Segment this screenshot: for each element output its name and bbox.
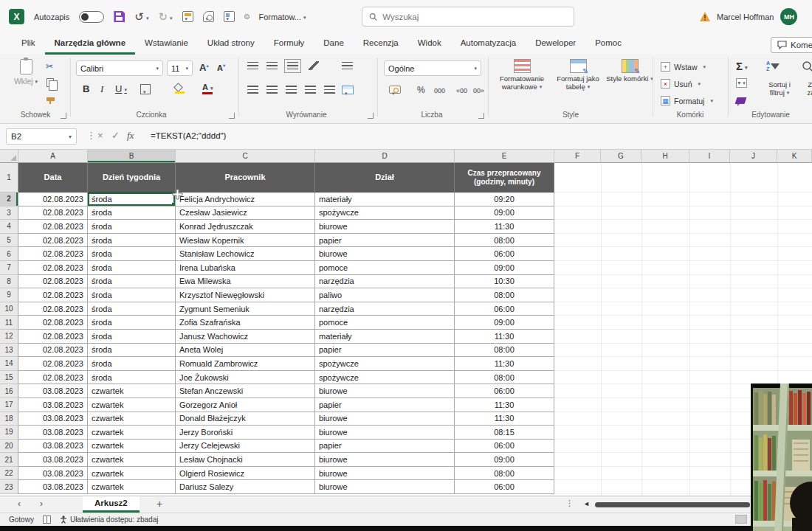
percent-style-icon[interactable]: % (417, 86, 425, 94)
empty-cells[interactable] (554, 247, 812, 261)
scroll-left-arrow[interactable]: ◄ (583, 500, 590, 507)
cell-D11[interactable]: pomoce (315, 316, 455, 330)
row-header-21[interactable]: 21 (0, 453, 18, 467)
cell-A11[interactable]: 02.08.2023 (18, 316, 88, 330)
tab-narzędzia-główne[interactable]: Narzędzia główne (45, 33, 136, 55)
autosum-icon[interactable]: Σ (736, 60, 748, 72)
column-header-I[interactable]: I (689, 150, 730, 163)
clipboard-dialog-launcher[interactable] (61, 113, 66, 119)
empty-cells[interactable] (554, 357, 812, 371)
grow-font-icon[interactable]: A▴ (199, 63, 208, 72)
undo-icon[interactable]: ↺ (134, 11, 148, 22)
cell-D19[interactable]: biurowe (315, 426, 455, 440)
empty-cells[interactable] (554, 261, 812, 275)
align-right-icon[interactable] (286, 86, 297, 94)
qat-window-icon[interactable] (224, 11, 235, 22)
wrap-text-icon[interactable] (342, 62, 353, 70)
empty-cells[interactable] (554, 344, 812, 358)
tab-wstawianie[interactable]: Wstawianie (135, 33, 198, 55)
align-bottom-icon[interactable] (287, 62, 298, 70)
cell-E21[interactable]: 09:00 (455, 453, 554, 467)
row-header-19[interactable]: 19 (0, 426, 18, 440)
underline-button[interactable]: U (115, 84, 127, 94)
cell-A22[interactable]: 03.08.2023 (18, 467, 88, 481)
number-format-combo[interactable]: Ogólne (384, 60, 481, 76)
cell-E20[interactable]: 06:00 (455, 440, 554, 454)
paste-button[interactable]: Wklej (10, 59, 41, 86)
cell-B20[interactable]: czwartek (88, 440, 176, 454)
row-header-8[interactable]: 8 (0, 275, 18, 289)
worksheet-grid[interactable]: ABCDEFGHIJK 1DataDzień tygodniaPracownik… (0, 150, 812, 496)
cell-C23[interactable]: Dariusz Salezy (176, 480, 315, 494)
tab-recenzja[interactable]: Recenzja (354, 33, 408, 55)
cell-C5[interactable]: Wiesław Kopernik (176, 234, 315, 248)
empty-cells[interactable] (554, 330, 812, 344)
tab-plik[interactable]: Plik (12, 33, 45, 55)
bold-button[interactable]: B (83, 84, 89, 94)
warning-icon[interactable] (700, 12, 710, 21)
cell-B22[interactable]: czwartek (88, 467, 176, 481)
cell-C20[interactable]: Jerzy Celejewski (176, 440, 315, 454)
cell-B8[interactable]: środa (88, 275, 176, 289)
row-header-20[interactable]: 20 (0, 440, 18, 454)
cell-E17[interactable]: 11:30 (455, 398, 554, 412)
row-header-5[interactable]: 5 (0, 234, 18, 248)
format-cells-button[interactable]: ▦Formatuj (661, 96, 713, 105)
empty-cells[interactable] (554, 192, 812, 206)
cell-C2[interactable]: Felicja Andrychowicz (176, 192, 315, 206)
format-painter-icon[interactable] (47, 97, 55, 104)
cell-B18[interactable]: czwartek (88, 412, 176, 426)
name-box[interactable]: B2 (6, 128, 77, 145)
search-box[interactable] (362, 7, 574, 27)
cell-A13[interactable]: 02.08.2023 (18, 344, 88, 358)
cell-B2[interactable]: środa (88, 192, 176, 206)
cell-E11[interactable]: 09:00 (455, 316, 554, 330)
delete-cells-button[interactable]: ×Usuń (661, 79, 701, 88)
cell-D3[interactable]: spożywcze (315, 206, 455, 221)
tab-widok[interactable]: Widok (408, 33, 451, 55)
empty-cells[interactable] (554, 163, 812, 192)
cell-C19[interactable]: Jerzy Boroński (176, 426, 315, 440)
row-header-17[interactable]: 17 (0, 398, 18, 412)
column-header-C[interactable]: C (176, 150, 315, 163)
enter-icon[interactable]: ✓ (111, 131, 120, 140)
empty-cells[interactable] (554, 275, 812, 289)
cell-A23[interactable]: 03.08.2023 (18, 480, 88, 494)
row-header-12[interactable]: 12 (0, 330, 18, 344)
cell-A10[interactable]: 02.08.2023 (18, 302, 88, 316)
cell-styles-button[interactable]: Style komórki (602, 59, 657, 83)
qat-pin-icon[interactable] (244, 14, 250, 19)
cell-E23[interactable]: 06:00 (455, 480, 554, 494)
cell-D22[interactable]: biurowe (315, 467, 455, 481)
cell-D5[interactable]: papier (315, 234, 455, 248)
cell-D10[interactable]: narzędzia (315, 302, 455, 316)
align-center-icon[interactable] (266, 86, 278, 94)
cell-B19[interactable]: czwartek (88, 426, 176, 440)
user-avatar[interactable]: MH (780, 8, 797, 25)
cell-D9[interactable]: paliwo (315, 288, 455, 302)
font-dialog-launcher[interactable] (229, 113, 235, 119)
cell-E2[interactable]: 09:20 (455, 192, 554, 206)
cell-D12[interactable]: materiały (315, 330, 455, 344)
cell-A6[interactable]: 02.08.2023 (18, 247, 88, 261)
cell-A20[interactable]: 03.08.2023 (18, 440, 88, 454)
italic-button[interactable]: I (100, 84, 103, 94)
format-as-table-button[interactable]: Formatuj jako tabelę (551, 59, 605, 91)
alignment-dialog-launcher[interactable] (368, 113, 374, 119)
sheet-tab[interactable]: Arkusz2 (83, 496, 140, 513)
user-name[interactable]: Marcel Hoffman (717, 13, 774, 21)
empty-cells[interactable] (554, 234, 812, 248)
cell-D21[interactable]: biurowe (315, 453, 455, 467)
cell-A9[interactable]: 02.08.2023 (18, 288, 88, 302)
tab-pomoc[interactable]: Pomoc (585, 33, 631, 55)
cell-A7[interactable]: 02.08.2023 (18, 261, 88, 275)
row-header-13[interactable]: 13 (0, 344, 18, 358)
cell-B16[interactable]: czwartek (88, 384, 176, 398)
orientation-icon[interactable] (309, 61, 319, 70)
row-header-22[interactable]: 22 (0, 467, 18, 481)
format-dropdown[interactable]: Formatow... (259, 13, 306, 21)
column-header-E[interactable]: E (455, 150, 554, 163)
cell-E14[interactable]: 11:30 (455, 357, 554, 371)
cell-B15[interactable]: środa (88, 371, 176, 385)
align-middle-icon[interactable] (266, 62, 278, 70)
